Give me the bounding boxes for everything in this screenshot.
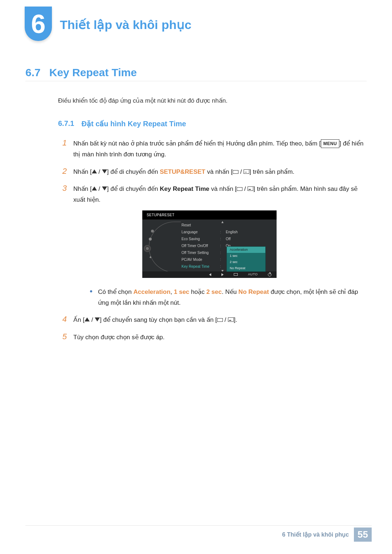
section-intro: Điều khiển tốc độ đáp ứng của một nút kh…: [25, 81, 367, 106]
step-number: 2: [58, 167, 67, 177]
step-2: 2 Nhấn [ / ] để di chuyển đến SETUP&RESE…: [58, 167, 367, 177]
triangle-up-icon: [85, 317, 90, 321]
rect-icon: [237, 187, 242, 191]
chevron-up-icon: ▲: [221, 219, 224, 225]
steps-list: 1 Nhấn bất kỳ nút nào ở phía trước sản p…: [25, 128, 367, 343]
step-1: 1 Nhấn bất kỳ nút nào ở phía trước sản p…: [58, 138, 367, 160]
rect-icon: [217, 318, 223, 322]
triangle-down-icon: [95, 317, 100, 321]
rect-icon: [233, 170, 238, 174]
step-body: Ấn [ / ] để chuyển sang tùy chọn bạn cần…: [73, 315, 237, 325]
step-body: Nhấn [ / ] để di chuyển đến Key Repeat T…: [73, 184, 367, 308]
triangle-up-icon: [92, 186, 97, 190]
triangle-down-icon: [102, 169, 107, 173]
rect-icon: [234, 273, 238, 276]
step-4: 4 Ấn [ / ] để chuyển sang tùy chọn bạn c…: [58, 315, 367, 325]
footer-divider: [25, 525, 372, 526]
subsection-title: Đặt cấu hình Key Repeat Time: [81, 119, 186, 128]
subsection-heading: 6.7.1 Đặt cấu hình Key Repeat Time: [25, 106, 367, 128]
dropdown-option: No Repeat: [227, 265, 265, 271]
page-footer: 6 Thiết lập và khôi phục 55: [282, 528, 372, 542]
menu-button-label: MENU: [321, 139, 339, 148]
osd-title: SETUP&RESET: [142, 210, 277, 220]
osd-panel: SETUP&RESET ✦ ▲ Reset Language:Eng: [142, 210, 277, 278]
footer-page-number: 55: [354, 528, 372, 542]
auto-label: AUTO: [248, 272, 258, 278]
section-heading: 6.7 Key Repeat Time: [25, 66, 367, 81]
osd-menu: ▲ Reset Language:English Eco Saving:Off …: [168, 219, 277, 275]
keyword-setup-reset: SETUP&RESET: [160, 168, 205, 175]
section-title: Key Repeat Time: [49, 66, 137, 79]
dropdown-option: 2 sec: [227, 259, 265, 265]
dropdown-option-selected: Acceleration: [227, 247, 265, 253]
rect-enter-icon: [228, 317, 234, 322]
step-body: Nhấn bất kỳ nút nào ở phía trước sản phẩ…: [73, 138, 367, 160]
rect-enter-icon: [244, 169, 249, 174]
chapter-title: Thiết lập và khôi phục: [60, 17, 191, 32]
dropdown-option: 1 sec: [227, 253, 265, 259]
section-number: 6.7: [25, 66, 41, 79]
content-area: 6.7 Key Repeat Time Điều khiển tốc độ đá…: [0, 41, 392, 343]
osd-bottom-bar: AUTO: [142, 271, 277, 278]
triangle-down-icon: [102, 186, 107, 190]
star-icon: ✦: [149, 254, 152, 261]
step-5: 5 Tùy chọn được chọn sẽ được áp.: [58, 332, 367, 343]
bullet-icon: [90, 290, 92, 292]
keyword-krt: Key Repeat Time: [160, 185, 209, 192]
triangle-left-icon: [209, 273, 211, 276]
page-header: 6 Thiết lập và khôi phục: [0, 0, 392, 41]
footer-chapter: 6 Thiết lập và khôi phục: [282, 531, 354, 538]
power-icon: [268, 273, 271, 276]
step-3: 3 Nhấn [ / ] để di chuyển đến Key Repeat…: [58, 184, 367, 308]
chapter-badge: 6: [25, 7, 52, 41]
osd-dropdown: Acceleration 1 sec 2 sec No Repeat: [226, 246, 266, 271]
step-number: 4: [58, 315, 67, 325]
subsection-number: 6.7.1: [58, 119, 74, 128]
osd-left-rail: ✦: [142, 219, 168, 275]
step-body: Nhấn [ / ] để di chuyển đến SETUP&RESET …: [73, 167, 294, 177]
step-number: 1: [58, 138, 67, 160]
rect-enter-icon: [248, 186, 253, 191]
triangle-up-icon: [92, 169, 97, 173]
sub-bullet: Có thể chọn Acceleration, 1 sec hoặc 2 s…: [73, 282, 367, 308]
triangle-right-icon: [221, 273, 224, 276]
osd-active-item: Key Repeat Time: [181, 263, 216, 270]
step-number: 3: [58, 184, 67, 308]
step-body: Tùy chọn được chọn sẽ được áp.: [73, 332, 165, 343]
step-number: 5: [58, 332, 67, 343]
